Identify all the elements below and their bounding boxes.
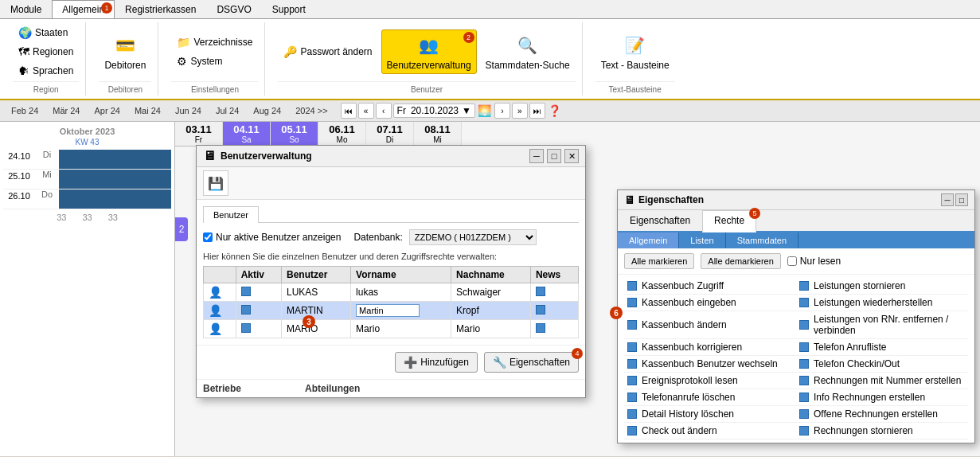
ribbon-label-einstellungen: Einstellungen — [171, 81, 258, 94]
allgemein-badge: 1 — [101, 2, 112, 14]
nav-2024[interactable]: 2024 >> — [291, 104, 332, 117]
vorname-input[interactable] — [356, 304, 420, 317]
betriebe-label: Betriebe — [203, 383, 241, 394]
aktiv-check — [241, 305, 251, 314]
right-kassenbuch-aendern: Kassenbuch ändern — [624, 311, 796, 339]
aktiv-check — [241, 287, 251, 296]
btn-verzeichnisse[interactable]: 📁 Verzeichnisse — [171, 33, 258, 51]
col-aktiv: Aktiv — [236, 267, 281, 283]
nav-prev-day[interactable]: ‹ — [376, 103, 392, 119]
btn-alle-markieren[interactable]: Alle markieren — [624, 253, 694, 269]
tab-module[interactable]: Module — [0, 0, 52, 18]
right-leistungen-rnr: Leistungen von RNr. entfernen / verbinde… — [796, 311, 968, 339]
eigen-maximize[interactable]: □ — [955, 193, 968, 206]
calendar-col-headers: 03.11 Fr 04.11 Sa 05.11 So 06.11 Mo 07.1… — [175, 122, 980, 146]
tab-registrierkassen[interactable]: Registrierkassen — [115, 0, 206, 18]
benutzerverwaltung-dialog: 🖥 Benutzerverwaltung ─ □ ✕ 💾 Benutzer Nu… — [196, 145, 586, 398]
btn-alle-demarkieren[interactable]: Alle demarkieren — [701, 253, 781, 269]
dialog-maximize[interactable]: □ — [547, 149, 561, 163]
ribbon-group-benutzer: 🔑 Passwort ändern 👥 Benutzerverwaltung 2… — [271, 22, 582, 96]
right-kassenbuch-korrigieren: Kassenbuch korrigieren — [624, 339, 796, 356]
aktive-benutzer-checkbox[interactable] — [203, 232, 213, 242]
btn-debitoren[interactable]: 💳 Debitoren — [99, 29, 151, 74]
aktive-benutzer-filter[interactable]: Nur aktive Benutzer anzeigen — [203, 232, 341, 243]
right-rechnungen-nummer: Rechnungen mit Nummer erstellen — [796, 373, 968, 389]
right-telefon-checkin: Telefon Checkin/Out — [796, 356, 968, 373]
dialog-tab-bar: Benutzer — [203, 206, 579, 223]
nav-next-week[interactable]: » — [512, 103, 528, 119]
btn-stammdaten-suche[interactable]: 🔍 Stammdaten-Suche — [480, 29, 576, 74]
nav-apr24[interactable]: Apr 24 — [90, 104, 125, 117]
description-text: Hier können Sie die einzelnen Benutzer u… — [203, 252, 579, 261]
btn-system[interactable]: ⚙ System — [171, 53, 258, 70]
btn-text-bausteine[interactable]: 📝 Text - Bausteine — [595, 29, 675, 74]
btn-passwort[interactable]: 🔑 Passwort ändern — [278, 43, 377, 61]
btn-eigenschaften[interactable]: 🔧 Eigenschaften 4 — [484, 352, 579, 373]
nav-mai24[interactable]: Mai 24 — [130, 104, 166, 117]
dialog-close[interactable]: ✕ — [564, 149, 579, 163]
ribbon-label-text-bausteine: Text-Bausteine — [595, 81, 675, 94]
nav-first[interactable]: ⏮ — [341, 103, 357, 119]
datenbank-select[interactable]: ZZDEMO ( H01ZZDEM ) — [409, 229, 537, 245]
tab-support[interactable]: Support — [262, 0, 316, 18]
tab-benutzer[interactable]: Benutzer — [203, 206, 259, 223]
btn-staaten[interactable]: 🌍 Staaten — [13, 24, 79, 41]
rechte-badge: 5 — [749, 208, 760, 219]
nur-lesen-checkbox[interactable] — [787, 256, 797, 266]
ribbon-group-einstellungen: 📁 Verzeichnisse ⚙ System Einstellungen — [165, 22, 265, 96]
dialog-minimize[interactable]: ─ — [529, 149, 544, 163]
aktiv-check — [241, 323, 251, 333]
eigen-minimize[interactable]: ─ — [941, 193, 954, 206]
nav-jun24[interactable]: Jun 24 — [170, 104, 206, 117]
btn-regionen[interactable]: 🗺 Regionen — [13, 43, 79, 61]
nav-controls: ⏮ « ‹ Fr 20.10.2023 ▼ 🌅 › » ⏭ ❓ — [341, 103, 563, 119]
tab-dsgvo[interactable]: DSGVO — [206, 0, 261, 18]
tab-rechte[interactable]: Rechte 5 — [702, 210, 756, 232]
nav-help[interactable]: ❓ — [547, 103, 563, 119]
nav-aug24[interactable]: Aug 24 — [248, 104, 286, 117]
rights-grid: Kassenbuch Zugriff Leistungen stornieren… — [618, 275, 974, 443]
btn-hinzufuegen[interactable]: ➕ Hinzufügen — [395, 352, 478, 373]
tab-allgemein[interactable]: Allgemein 1 — [52, 0, 115, 18]
tab-eigenschaften[interactable]: Eigenschaften — [618, 210, 702, 231]
table-row[interactable]: 👤 MARTIN Kropf — [204, 302, 579, 320]
nav-calendar-icon[interactable]: 🌅 — [477, 103, 493, 119]
nav-date-field[interactable]: Fr 20.10.2023 ▼ — [393, 104, 475, 118]
eigen-controls: ─ □ — [941, 193, 968, 206]
btn-sprachen[interactable]: 🗣 Sprachen — [13, 62, 79, 80]
news-check — [536, 287, 545, 296]
col-benutzer: Benutzer — [281, 267, 350, 283]
toolbar-save-btn[interactable]: 💾 — [203, 170, 228, 196]
nav-feb24[interactable]: Feb 24 — [6, 104, 43, 117]
subtab-stammdaten[interactable]: Stammdaten — [726, 232, 798, 248]
ribbon-label-region: Region — [13, 81, 79, 94]
dialog-controls: ─ □ ✕ — [529, 149, 579, 163]
user-table: Aktiv Benutzer Vorname Nachname News 👤 L… — [203, 266, 579, 338]
right-ereignisprotokoll: Ereignisprotokoll lesen — [624, 373, 796, 389]
nav-mar24[interactable]: Mär 24 — [48, 104, 84, 117]
right-checkout: Check out ändern — [624, 423, 796, 439]
right-detail-history: Detail History löschen — [624, 406, 796, 423]
dialog-content: Benutzer Nur aktive Benutzer anzeigen Da… — [197, 200, 585, 345]
menu-bar: Module Allgemein 1 Registrierkassen DSGV… — [0, 0, 980, 19]
btn-benutzerverwaltung[interactable]: 👥 Benutzerverwaltung 2 — [381, 29, 477, 74]
col-news: News — [530, 267, 578, 283]
ribbon: 🌍 Staaten 🗺 Regionen 🗣 Sprachen Region 💳… — [0, 19, 980, 100]
calendar-month-label: Oktober 2023 — [3, 125, 171, 138]
nav-jul24[interactable]: Jul 24 — [211, 104, 244, 117]
nav-prev-week[interactable]: « — [358, 103, 374, 119]
subtab-allgemein[interactable]: Allgemein — [618, 232, 679, 248]
table-row[interactable]: 👤 MARIO Mario Mario — [204, 320, 579, 338]
subtab-listen[interactable]: Listen — [679, 232, 725, 248]
dialog-title-bar: 🖥 Benutzerverwaltung ─ □ ✕ — [197, 146, 585, 167]
ribbon-group-region: 🌍 Staaten 🗺 Regionen 🗣 Sprachen Region — [6, 22, 86, 96]
nav-last[interactable]: ⏭ — [529, 103, 545, 119]
eigenschaften-badge: 4 — [572, 348, 583, 359]
col-vorname: Vorname — [351, 267, 451, 283]
table-row[interactable]: 👤 LUKAS lukas Schwaiger — [204, 283, 579, 302]
right-offene-rechnungen: Offene Rechnungen erstellen — [796, 406, 968, 423]
right-kassenbuch-eingeben: Kassenbuch eingeben — [624, 295, 796, 311]
nav-next-day[interactable]: › — [494, 103, 510, 119]
scroll-handle[interactable]: 2 — [175, 217, 188, 241]
dialog-toolbar: 💾 — [197, 167, 585, 200]
